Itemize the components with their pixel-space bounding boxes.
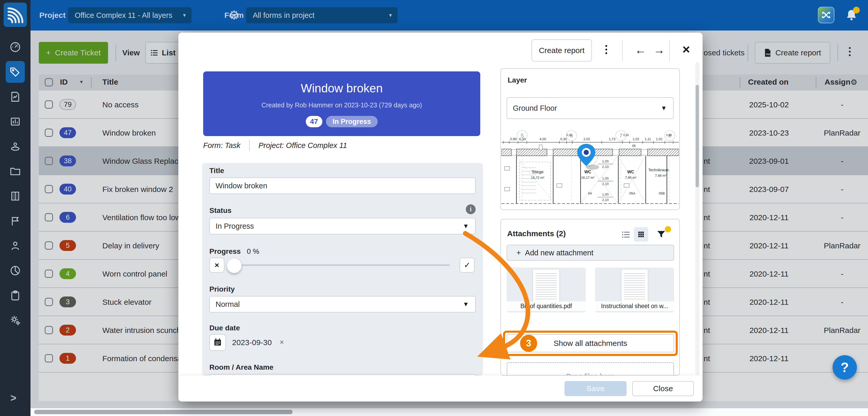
door-dim: 1,00 [602,192,609,196]
sidebar-expand-chevron[interactable]: > [10,392,16,404]
add-attachment-label: Add new attachment [525,248,593,257]
due-date-value[interactable]: 2023-09-30 [232,334,272,351]
sidebar-item-tickets[interactable] [8,65,23,79]
sidebar-item-contacts[interactable] [8,239,23,252]
add-attachment-button[interactable]: + Add new attachment [507,245,674,261]
sidebar-item-reports[interactable] [8,90,23,103]
dashboard-gauge-icon [9,41,21,53]
floorplan-image[interactable]: 5 6 7 8 0,99 0,30 4,00 0,30 [501,129,679,210]
horizontal-scrollbar-thumb[interactable] [34,410,292,414]
flag-icon [9,215,21,227]
attachment-preview [621,270,648,304]
dim-label: 0,30 [519,137,526,141]
due-date-clear-icon[interactable]: × [280,334,284,351]
sidebar-item-settings[interactable] [8,314,23,327]
dim-label: 1,73 [609,137,615,141]
layer-dropdown[interactable]: Ground Floor ▼ [507,97,674,119]
progress-slider-track[interactable] [230,264,450,266]
form-dropdown-value: All forms in project [253,11,315,20]
notification-badge [853,7,860,13]
create-report-button-modal[interactable]: Create report [531,39,592,62]
plus-icon: + [517,248,521,257]
close-button[interactable]: Close [632,381,694,396]
chevron-down-icon: ▾ [183,7,186,23]
progress-confirm-button[interactable]: ✓ [460,258,474,273]
meta-project: Project: Office Complex 11 [258,141,347,150]
door-dim: 1,00 [602,176,609,180]
sidebar-item-flags[interactable] [8,214,23,228]
status-field-label: Status [209,206,231,215]
project-dropdown[interactable]: Office Complex 11 - All layers ▾ [68,7,191,23]
due-date-field-label: Due date [209,324,240,332]
ticket-more-options-icon[interactable] [606,45,607,54]
header-divider [622,40,623,62]
calendar-button[interactable] [209,334,226,351]
sidebar-item-buildings[interactable] [8,189,23,203]
priority-dropdown[interactable]: Normal ▼ [209,296,476,313]
door-dim: 2,10 [602,182,609,186]
attachment-thumbnail[interactable]: Instructional sheet on w... [595,268,674,313]
save-button[interactable]: Save [564,381,627,396]
room-area: 15,72 m² [531,176,545,180]
progress-field-label: Progress 0 % [209,247,259,256]
sidebar-item-tasks[interactable] [8,289,23,302]
filter-funnel-icon [656,229,666,240]
attachments-section: Attachments (2) + Add new attachment Bil… [500,219,680,376]
status-dropdown[interactable]: In Progress ▼ [209,218,476,234]
attachments-list-view-toggle[interactable] [621,231,630,240]
attachments-label: Attachments (2) [507,229,566,238]
layer-section: Layer Ground Floor ▼ [500,68,680,210]
close-icon[interactable]: × [682,42,690,57]
dim-label-small: 0,26 [566,133,572,137]
room-area: 7,90 m² [625,176,637,180]
sidebar-item-statistics[interactable] [8,115,23,128]
modal-footer: Save Close [178,376,703,402]
chevron-down-icon: ▼ [463,296,469,312]
calendar-icon [213,338,222,347]
layer-label: Layer [508,76,527,84]
form-dropdown[interactable]: All forms in project ▾ [246,7,398,23]
attachment-name: Instructional sheet on w... [595,301,674,311]
planradar-logo[interactable] [4,3,27,27]
next-ticket-arrow-icon[interactable]: → [653,43,665,56]
previous-ticket-arrow-icon[interactable]: ← [635,43,646,56]
ticket-detail-modal: Create report ← → × Window broken Create… [178,33,703,402]
sidebar-item-analytics[interactable] [8,264,23,277]
info-icon[interactable]: i [466,204,476,214]
attachments-grid-view-toggle[interactable] [634,227,648,242]
chevron-down-icon: ▼ [463,218,469,234]
dim-label-small: 0,44 [666,133,672,137]
pie-chart-icon [9,265,21,276]
sidebar-item-site-inspection[interactable] [8,140,23,153]
title-field-input[interactable]: Window broken [209,177,476,194]
connect-app-button[interactable] [818,7,834,23]
room-area: 7,48 m² [655,174,666,177]
room-name: Stiege [532,170,543,174]
building-icon [9,190,21,202]
attachment-thumbnail[interactable]: Bill of quantities.pdf [507,268,586,313]
create-report-label: Create report [539,46,585,55]
tag-icon [9,66,21,78]
planradar-app: + Create Ticket View List ▾ osed tickets… [0,0,868,416]
drag-files-dropzone[interactable]: Drag files here [507,362,674,376]
dim-label: 1,11 [645,137,651,141]
help-button[interactable]: ? [833,355,857,380]
sidebar-item-dashboard[interactable] [8,40,23,54]
attachments-filter-button[interactable] [656,229,666,241]
person-icon [9,240,21,252]
sidebar-item-documents[interactable] [8,165,23,178]
room-name: WC [584,170,591,174]
door-label: 06 [632,144,636,148]
room-area: 16,17 m² [581,176,594,180]
form-label: Form [224,0,244,31]
folder-icon [9,165,21,177]
report-document-icon [9,91,21,103]
progress-clear-button[interactable]: × [209,258,224,273]
modal-scrollbar-thumb[interactable] [695,85,699,187]
dim-label: 2,02 [583,137,590,141]
statistics-chart-icon [9,116,21,127]
progress-slider-knob[interactable] [227,258,242,273]
clipboard-icon [9,290,21,301]
gears-icon [9,314,21,326]
connect-butterfly-icon [821,9,832,21]
